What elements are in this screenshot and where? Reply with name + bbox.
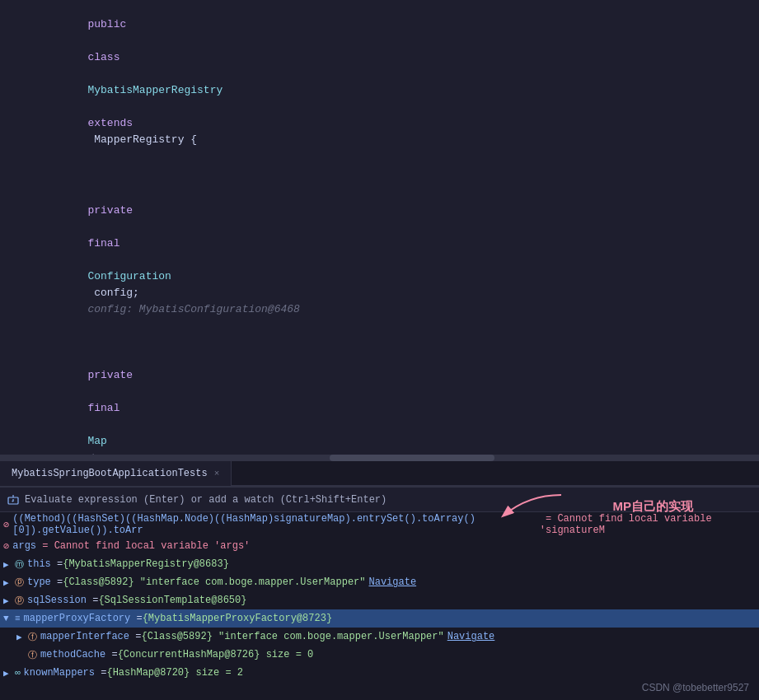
debug-row-this[interactable]: ▶ ⓜ this = {MybatisMapperRegistry@8683} [0,555,759,573]
p-icon-sql: ⓟ [15,595,24,607]
debug-row-type[interactable]: ▶ ⓟ type = {Class@5892} "interface com.b… [0,573,759,591]
code-line-1: public class MybatisMapperRegistry exten… [0,0,759,165]
expand-arrow-sqlsession[interactable]: ▶ [3,595,15,606]
code-line-map: private final Map < Class <?>, MybatisMa… [0,334,759,461]
code-line-config: private final Configuration config; conf… [0,170,759,334]
navigate-type[interactable]: Navigate [368,576,416,588]
expand-arrow-type[interactable]: ▶ [3,577,15,588]
horizontal-scrollbar[interactable] [0,455,759,461]
debug-row-known-mappers[interactable]: ▶ ∞ knownMappers = {HashMap@8720} size =… [0,664,759,682]
debug-row-proxy-factory[interactable]: ▼ ≡ mapperProxyFactory = {MybatisMapperP… [0,609,759,628]
debug-row-mapper-interface[interactable]: ▶ ⓕ mapperInterface = {Class@5892} "inte… [0,628,759,646]
svg-line-3 [12,501,14,502]
debug-row-signature[interactable]: ⊘ ((Method)((HashSet)((HashMap.Node)((Ha… [0,512,759,537]
f-icon-interface: ⓕ [28,631,37,643]
debug-toolbar-text: Evaluate expression (Enter) or add a wat… [25,494,387,506]
code-editor: public class MybatisMapperRegistry exten… [0,0,759,461]
oo-icon: ∞ [15,668,21,678]
watch-icon [7,493,20,506]
expand-arrow-proxy[interactable]: ▼ [3,614,15,623]
error-icon-2: ⊘ [3,540,9,553]
expand-arrow-known[interactable]: ▶ [3,668,15,679]
debug-row-method-cache[interactable]: ▶ ⓕ methodCache = {ConcurrentHashMap@872… [0,646,759,664]
error-icon-1: ⊘ [3,519,9,531]
debug-content: ⊘ ((Method)((HashSet)((HashMap.Node)((Ha… [0,512,759,700]
watermark: CSDN @tobebetter9527 [642,682,749,693]
scrollbar-thumb[interactable] [330,455,494,461]
debug-row-args[interactable]: ⊘ args = Cannot find local variable 'arg… [0,537,759,555]
debug-panel: Evaluate expression (Enter) or add a wat… [0,486,759,700]
f-icon-cache: ⓕ [28,649,37,661]
expand-arrow-this[interactable]: ▶ [3,559,15,570]
debug-toolbar: Evaluate expression (Enter) or add a wat… [0,488,759,512]
p-icon-type: ⓟ [15,576,24,589]
m-icon-proxy: ≡ [15,614,21,623]
tab-close-button[interactable]: × [214,469,220,478]
tab-label: MybatisSpringBootApplicationTests [12,468,208,479]
tab-bar: MybatisSpringBootApplicationTests × [0,461,759,486]
expand-arrow-interface[interactable]: ▶ [16,632,28,642]
tab-mybatis-tests[interactable]: MybatisSpringBootApplicationTests × [0,461,232,486]
navigate-interface[interactable]: Navigate [447,631,495,642]
info-icon-this: ⓜ [15,558,24,571]
debug-row-sqlsession[interactable]: ▶ ⓟ sqlSession = {SqlSessionTemplate@865… [0,591,759,609]
